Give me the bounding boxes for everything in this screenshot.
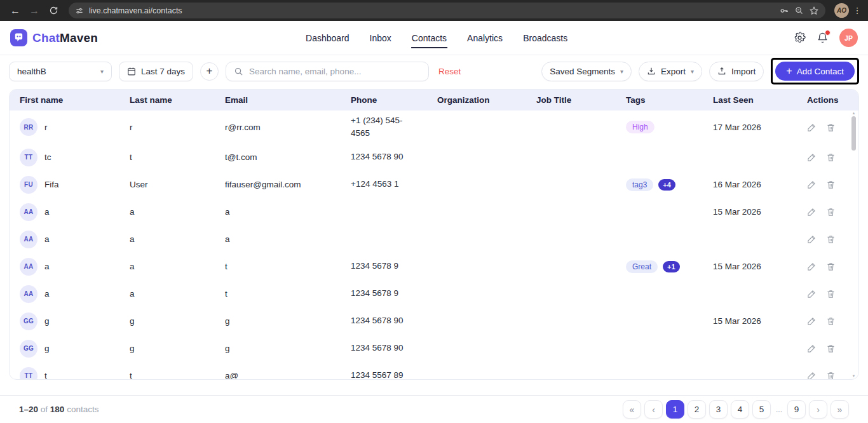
scrollbar-thumb[interactable] (851, 116, 856, 151)
email: fifauser@gmail.com (225, 180, 351, 189)
contact-avatar: GG (20, 312, 37, 330)
contact-row[interactable]: AAaaa15 Mar 2026 (10, 198, 858, 225)
table-scrollbar[interactable]: ▲ ▼ (850, 111, 857, 378)
contacts-table: First nameLast nameEmailPhoneOrganizatio… (9, 89, 859, 380)
edit-button[interactable] (807, 289, 817, 299)
nav-tab-inbox[interactable]: Inbox (369, 22, 392, 54)
edit-button[interactable] (807, 344, 817, 353)
page-button-1[interactable]: 1 (666, 400, 684, 419)
delete-button[interactable] (826, 180, 836, 189)
edit-button[interactable] (807, 207, 817, 217)
phone: +1 (234) 545-4565 (351, 114, 417, 140)
last-page-button[interactable]: » (831, 400, 849, 419)
last-name: g (130, 344, 225, 353)
next-page-button[interactable]: › (809, 400, 827, 419)
settings-gear-icon[interactable] (794, 32, 806, 44)
last-name: a (130, 207, 225, 217)
zoom-page-icon[interactable] (794, 6, 804, 15)
page-button-5[interactable]: 5 (752, 400, 771, 419)
contact-row[interactable]: TTtta@1234 5567 89 (10, 362, 858, 380)
site-settings-icon[interactable] (75, 6, 84, 15)
edit-button[interactable] (807, 262, 817, 271)
contact-row[interactable]: GGggg1234 5678 90 (10, 335, 858, 362)
delete-button[interactable] (826, 344, 836, 353)
delete-button[interactable] (826, 316, 836, 326)
browser-back-button[interactable]: ← (8, 3, 23, 18)
nav-tab-broadcasts[interactable]: Broadcasts (522, 22, 568, 54)
prev-page-button[interactable]: ‹ (644, 400, 663, 419)
edit-button[interactable] (807, 234, 817, 244)
column-header: Tags (626, 95, 713, 105)
main-nav: DashboardInboxContactsAnalyticsBroadcast… (305, 21, 568, 55)
last-name: g (130, 316, 225, 326)
user-avatar[interactable]: JP (839, 29, 858, 47)
nav-tab-contacts[interactable]: Contacts (411, 22, 447, 54)
date-filter-button[interactable]: Last 7 days (119, 62, 193, 81)
browser-menu-icon[interactable]: ⋮ (853, 6, 862, 15)
contact-row[interactable]: AAaat1234 5678 9 (10, 280, 858, 307)
last-name: a (130, 234, 225, 244)
column-header: First name (20, 95, 130, 105)
saved-segments-dropdown[interactable]: Saved Segments ▾ (541, 62, 632, 81)
column-header: Last name (130, 95, 225, 105)
page-button-9[interactable]: 9 (787, 400, 806, 419)
tags: tag3+4 (626, 178, 713, 191)
scroll-up-icon[interactable]: ▲ (851, 111, 857, 115)
contact-row[interactable]: AAaaa (10, 225, 858, 253)
import-button[interactable]: Import (709, 62, 764, 81)
nav-tab-dashboard[interactable]: Dashboard (305, 22, 349, 54)
add-filter-button[interactable]: + (200, 62, 219, 81)
export-dropdown[interactable]: Export ▾ (639, 62, 702, 81)
last-name: t (130, 152, 225, 162)
edit-button[interactable] (807, 316, 817, 326)
first-page-button[interactable]: « (623, 400, 641, 419)
contact-row[interactable]: RRrrr@rr.com+1 (234) 545-4565High17 Mar … (10, 111, 858, 144)
chatbot-select[interactable]: healthB ▾ (9, 62, 112, 81)
edit-button[interactable] (807, 152, 817, 162)
contact-row[interactable]: TTtctt@t.com1234 5678 90 (10, 144, 858, 171)
browser-chrome: ← → live.chatmaven.ai/contacts (0, 0, 868, 21)
contact-avatar: AA (20, 231, 37, 248)
email: t@t.com (225, 152, 351, 162)
scroll-down-icon[interactable]: ▼ (851, 374, 857, 378)
nav-tab-analytics[interactable]: Analytics (466, 22, 503, 54)
contact-row[interactable]: GGggg1234 5678 9015 Mar 2026 (10, 307, 858, 335)
brand-logo[interactable]: ChatMaven (10, 29, 98, 46)
delete-button[interactable] (826, 262, 836, 271)
reset-link[interactable]: Reset (438, 67, 461, 76)
page-button-3[interactable]: 3 (709, 400, 728, 419)
column-header: Last Seen (713, 95, 807, 105)
search-input[interactable] (249, 67, 421, 76)
delete-button[interactable] (826, 289, 836, 299)
edit-button[interactable] (807, 371, 817, 380)
phone: 1234 5678 90 (351, 342, 417, 354)
page-button-2[interactable]: 2 (688, 400, 706, 419)
contact-avatar: RR (20, 118, 37, 136)
contact-row[interactable]: FUFifaUserfifauser@gmail.com+124 4563 1t… (10, 171, 858, 198)
phone: +124 4563 1 (351, 178, 417, 191)
chatmaven-logo-icon (10, 29, 27, 46)
notifications-bell-icon[interactable] (817, 32, 829, 44)
first-name: a (44, 262, 50, 271)
edit-button[interactable] (807, 180, 817, 189)
page-button-4[interactable]: 4 (731, 400, 749, 419)
password-key-icon[interactable] (779, 6, 789, 16)
search-box[interactable] (226, 62, 429, 81)
column-header: Organization (437, 95, 536, 105)
browser-forward-button[interactable]: → (27, 3, 42, 18)
edit-button[interactable] (807, 123, 817, 132)
delete-button[interactable] (826, 152, 836, 162)
browser-profile-avatar[interactable]: AO (834, 3, 849, 18)
delete-button[interactable] (826, 234, 836, 244)
delete-button[interactable] (826, 207, 836, 217)
contact-avatar: AA (20, 203, 37, 221)
delete-button[interactable] (826, 123, 836, 132)
add-contact-label: Add Contact (797, 67, 844, 76)
contact-row[interactable]: AAaat1234 5678 9Great+115 Mar 2026 (10, 253, 858, 280)
address-bar[interactable]: live.chatmaven.ai/contacts (69, 3, 825, 18)
delete-button[interactable] (826, 371, 836, 380)
add-contact-button[interactable]: + Add Contact (775, 62, 855, 81)
bookmark-star-icon[interactable] (809, 6, 819, 16)
results-count: 1–20 of 180 contacts (19, 405, 98, 414)
browser-reload-button[interactable] (46, 3, 61, 18)
